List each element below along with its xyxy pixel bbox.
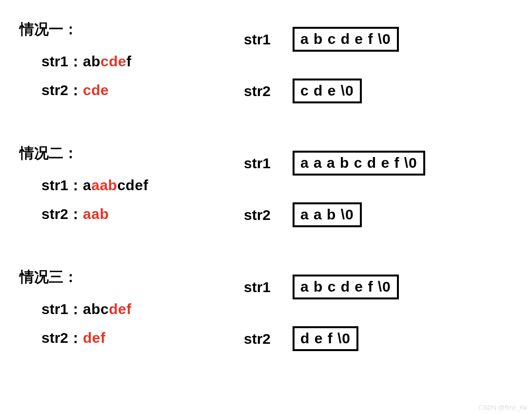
memory-box: a b c d e f \0 <box>293 27 399 52</box>
assign-label: str2： <box>41 82 83 98</box>
memory-box: d e f \0 <box>293 326 358 351</box>
value-segment: f <box>126 53 132 69</box>
case-left-column: 情况二：str1：aaabcdefstr2：aab <box>20 138 244 233</box>
assign-value: def <box>83 330 106 346</box>
value-segment: def <box>109 301 132 317</box>
assign-line: str1：abcdef <box>41 299 244 319</box>
case-block: 情况二：str1：aaabcdefstr2：aabstr1a a a b c d… <box>20 138 517 233</box>
assign-line: str2：aab <box>41 204 244 224</box>
case-title: 情况三： <box>20 267 244 287</box>
case-right-column: str1a b c d e f \0str2d e f \0 <box>244 262 517 351</box>
assign-label: str2： <box>41 330 83 346</box>
value-segment: aab <box>91 177 117 193</box>
value-segment: cde <box>83 82 109 98</box>
memory-row: str1a b c d e f \0 <box>244 275 517 299</box>
case-left-column: 情况一：str1：abcdefstr2：cde <box>20 15 244 109</box>
memory-row: str1a a a b c d e f \0 <box>244 151 517 176</box>
value-segment: ab <box>83 53 100 69</box>
memory-row: str1a b c d e f \0 <box>244 27 517 52</box>
value-segment: a <box>83 177 91 193</box>
assign-label: str1： <box>41 53 83 69</box>
value-segment: aab <box>83 206 109 222</box>
memory-label: str1 <box>244 279 293 296</box>
value-segment: cde <box>100 53 126 69</box>
value-segment: abc <box>83 301 109 317</box>
assign-value: cde <box>83 82 109 98</box>
memory-label: str2 <box>244 207 293 223</box>
assign-line: str1：aaabcdef <box>41 176 244 196</box>
assign-label: str1： <box>41 177 83 193</box>
assign-label: str2： <box>41 206 83 222</box>
assign-line: str2：cde <box>41 80 244 100</box>
case-block: 情况一：str1：abcdefstr2：cdestr1a b c d e f \… <box>20 15 517 109</box>
case-title: 情况一： <box>20 20 244 39</box>
assign-value: abcdef <box>83 301 132 317</box>
case-block: 情况三：str1：abcdefstr2：defstr1a b c d e f \… <box>20 262 517 357</box>
memory-row: str2d e f \0 <box>244 326 517 351</box>
assign-value: aaabcdef <box>83 177 148 193</box>
case-left-column: 情况三：str1：abcdefstr2：def <box>20 262 244 357</box>
memory-box: a a a b c d e f \0 <box>293 151 425 176</box>
case-right-column: str1a a a b c d e f \0str2a a b \0 <box>244 138 517 227</box>
watermark-text: CSDN @flmz_Kk <box>478 404 527 411</box>
memory-box: a b c d e f \0 <box>293 275 399 299</box>
memory-label: str2 <box>244 83 293 99</box>
value-segment: cdef <box>117 177 148 193</box>
assign-label: str1： <box>41 301 83 317</box>
assign-line: str1：abcdef <box>41 52 244 72</box>
memory-row: str2a a b \0 <box>244 202 517 227</box>
memory-label: str1 <box>244 31 293 48</box>
memory-label: str2 <box>244 331 293 347</box>
memory-box: a a b \0 <box>293 202 362 227</box>
assign-value: abcdef <box>83 53 132 69</box>
assign-value: aab <box>83 206 109 222</box>
memory-box: c d e \0 <box>293 79 362 103</box>
assign-line: str2：def <box>41 328 244 348</box>
memory-row: str2c d e \0 <box>244 79 517 103</box>
case-title: 情况二： <box>20 143 244 163</box>
value-segment: def <box>83 330 106 346</box>
memory-label: str1 <box>244 155 293 172</box>
case-right-column: str1a b c d e f \0str2c d e \0 <box>244 15 517 103</box>
